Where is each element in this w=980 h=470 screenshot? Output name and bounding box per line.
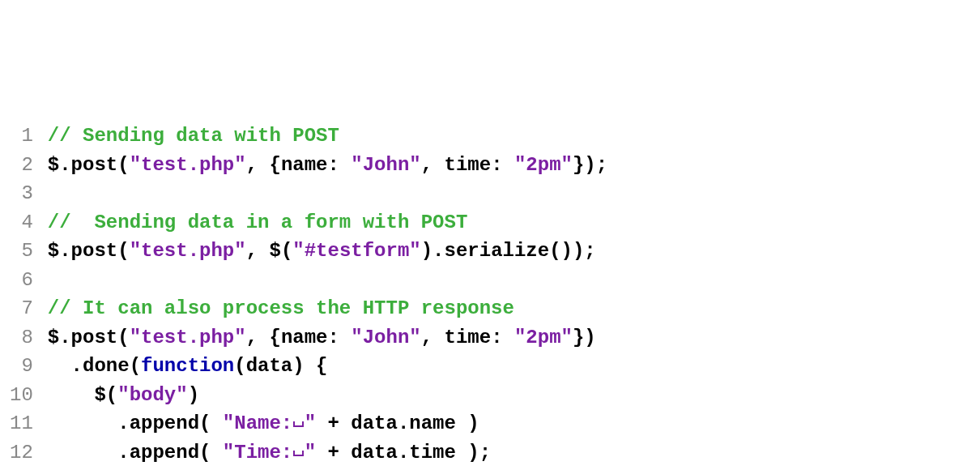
code-token: ) (188, 384, 199, 406)
code-token: "2pm" (514, 154, 573, 176)
code-token: }); (573, 154, 607, 176)
code-line: 8$.post("test.php", {name: "John", time:… (10, 323, 607, 352)
line-number: 13 (10, 467, 48, 470)
code-token: (data) { (234, 355, 327, 377)
line-number: 5 (10, 237, 48, 266)
code-line: 11 .append( "Name:" + data.name ) (10, 409, 607, 438)
code-line: 3 (10, 179, 607, 208)
code-line: 4// Sending data in a form with POST (10, 208, 607, 237)
code-token: .done( (48, 355, 141, 377)
code-token: "test.php" (130, 327, 246, 348)
code-token: ).serialize()); (421, 240, 596, 262)
code-token: + data.time ); (316, 442, 491, 464)
code-token: "Time: (223, 442, 292, 464)
code-token: $.post( (48, 240, 130, 262)
line-number: 3 (10, 179, 48, 208)
line-number: 12 (10, 438, 48, 468)
line-number: 9 (10, 352, 48, 381)
line-number: 7 (10, 294, 48, 323)
line-content: $.post("test.php", {name: "John", time: … (48, 323, 607, 352)
code-token: // Sending data with POST (48, 125, 339, 147)
code-token: " (305, 412, 316, 434)
line-content: .append( "Name:" + data.name ) (48, 409, 607, 438)
code-token: "2pm" (514, 327, 573, 348)
code-line: 12 .append( "Time:" + data.time ); (10, 438, 607, 468)
code-line: 13 }; (10, 467, 607, 470)
code-line: 2$.post("test.php", {name: "John", time:… (10, 151, 607, 180)
code-token: , {name: (246, 327, 352, 348)
code-token: .append( (48, 412, 223, 434)
code-token: $.post( (48, 154, 130, 176)
code-token: "John" (351, 327, 420, 348)
code-token: "Name: (223, 412, 292, 434)
code-token: , {name: (246, 154, 352, 176)
line-content: // Sending data in a form with POST (48, 208, 607, 237)
code-token: , time: (421, 154, 514, 176)
line-content (48, 266, 607, 295)
code-token: " (305, 442, 316, 464)
line-number: 4 (10, 208, 48, 237)
line-number: 6 (10, 266, 48, 295)
line-number: 8 (10, 323, 48, 352)
code-token: , time: (421, 327, 514, 348)
code-token: "#testform" (292, 240, 420, 262)
line-content: // Sending data with POST (48, 122, 607, 151)
code-token: }) (573, 327, 596, 348)
code-token: "test.php" (130, 154, 246, 176)
line-content: .done(function(data) { (48, 352, 607, 381)
code-block: 1// Sending data with POST2$.post("test.… (10, 122, 607, 470)
line-content: $.post("test.php", {name: "John", time: … (48, 151, 607, 180)
code-token: $( (48, 384, 117, 406)
code-line: 6 (10, 266, 607, 295)
line-content: $("body") (48, 381, 607, 410)
code-token: + data.name ) (316, 412, 479, 434)
line-number: 1 (10, 122, 48, 151)
line-content (48, 179, 607, 208)
code-token: // It can also process the HTTP response (48, 297, 514, 319)
line-content: $.post("test.php", $("#testform").serial… (48, 237, 607, 266)
code-line: 7// It can also process the HTTP respons… (10, 294, 607, 323)
code-token: function (141, 355, 234, 377)
code-token: "body" (117, 384, 187, 406)
line-content: .append( "Time:" + data.time ); (48, 438, 607, 468)
line-number: 11 (10, 409, 48, 438)
line-content: // It can also process the HTTP response (48, 294, 607, 323)
line-number: 10 (10, 381, 48, 410)
code-line: 5$.post("test.php", $("#testform").seria… (10, 237, 607, 266)
code-token: "John" (351, 154, 420, 176)
code-line: 10 $("body") (10, 381, 607, 410)
line-number: 2 (10, 151, 48, 180)
line-content: }; (48, 467, 607, 470)
code-line: 1// Sending data with POST (10, 122, 607, 151)
code-token: , $( (246, 240, 293, 262)
code-token: $.post( (48, 327, 130, 348)
code-line: 9 .done(function(data) { (10, 352, 607, 381)
code-token: // Sending data in a form with POST (48, 212, 467, 233)
code-token: "test.php" (130, 240, 246, 262)
code-token: .append( (48, 442, 223, 464)
